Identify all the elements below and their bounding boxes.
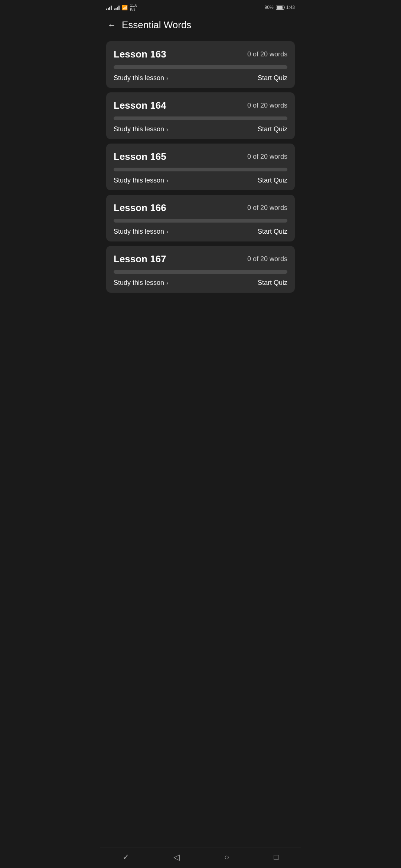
study-lesson-button-2[interactable]: Study this lesson › bbox=[114, 177, 168, 184]
lesson-progress-text-3: 0 of 20 words bbox=[247, 204, 287, 212]
page-title: Essential Words bbox=[122, 19, 191, 31]
battery-fill bbox=[277, 6, 283, 9]
start-quiz-button-2[interactable]: Start Quiz bbox=[258, 177, 287, 184]
nav-home-icon[interactable]: ○ bbox=[224, 852, 229, 862]
study-lesson-button-4[interactable]: Study this lesson › bbox=[114, 279, 168, 287]
lesson-actions-2: Study this lesson › Start Quiz bbox=[114, 177, 287, 184]
signal-bars-2 bbox=[114, 5, 120, 10]
chevron-right-icon-2: › bbox=[166, 177, 168, 184]
lesson-actions-0: Study this lesson › Start Quiz bbox=[114, 74, 287, 82]
study-lesson-button-3[interactable]: Study this lesson › bbox=[114, 228, 168, 236]
start-quiz-button-0[interactable]: Start Quiz bbox=[258, 74, 287, 82]
lesson-actions-3: Study this lesson › Start Quiz bbox=[114, 228, 287, 236]
signal-bar bbox=[111, 6, 112, 10]
lesson-header-4: Lesson 167 0 of 20 words bbox=[114, 253, 287, 265]
status-right: 90% 1:43 bbox=[265, 5, 295, 10]
start-quiz-button-4[interactable]: Start Quiz bbox=[258, 279, 287, 287]
lesson-card-164: Lesson 164 0 of 20 words Study this less… bbox=[106, 92, 295, 139]
start-quiz-button-3[interactable]: Start Quiz bbox=[258, 228, 287, 236]
study-lesson-label-2: Study this lesson bbox=[114, 177, 164, 184]
signal-bar bbox=[109, 7, 110, 10]
study-lesson-label-3: Study this lesson bbox=[114, 228, 164, 236]
signal-bar bbox=[118, 6, 120, 10]
lesson-card-163: Lesson 163 0 of 20 words Study this less… bbox=[106, 41, 295, 88]
header: ← Essential Words bbox=[100, 13, 301, 38]
chevron-right-icon-0: › bbox=[166, 75, 168, 82]
lesson-progress-text-4: 0 of 20 words bbox=[247, 255, 287, 263]
lesson-header-0: Lesson 163 0 of 20 words bbox=[114, 49, 287, 60]
network-speed: 11.6 K/s bbox=[130, 3, 137, 11]
start-quiz-button-1[interactable]: Start Quiz bbox=[258, 125, 287, 133]
lesson-card-165: Lesson 165 0 of 20 words Study this less… bbox=[106, 144, 295, 190]
lesson-header-1: Lesson 164 0 of 20 words bbox=[114, 100, 287, 111]
signal-bar bbox=[115, 8, 117, 10]
battery-percent: 90% bbox=[265, 5, 274, 10]
study-lesson-button-0[interactable]: Study this lesson › bbox=[114, 74, 168, 82]
progress-bar-container-2 bbox=[114, 168, 287, 171]
lesson-actions-1: Study this lesson › Start Quiz bbox=[114, 125, 287, 133]
lesson-card-167: Lesson 167 0 of 20 words Study this less… bbox=[106, 246, 295, 293]
progress-bar-container-1 bbox=[114, 116, 287, 120]
signal-bar bbox=[108, 8, 109, 10]
wifi-icon: 📶 bbox=[122, 5, 128, 10]
study-lesson-label-4: Study this lesson bbox=[114, 279, 164, 287]
nav-back-icon[interactable]: ◁ bbox=[173, 852, 180, 862]
progress-bar-container-3 bbox=[114, 219, 287, 223]
chevron-right-icon-4: › bbox=[166, 280, 168, 286]
study-lesson-label-1: Study this lesson bbox=[114, 125, 164, 133]
signal-bar bbox=[106, 9, 107, 10]
lesson-title-3: Lesson 166 bbox=[114, 202, 166, 214]
bottom-nav: ✓ ◁ ○ □ bbox=[100, 848, 301, 868]
signal-bars-1 bbox=[106, 5, 112, 10]
lessons-list: Lesson 163 0 of 20 words Study this less… bbox=[100, 38, 301, 848]
nav-square-icon[interactable]: □ bbox=[274, 852, 278, 862]
progress-bar-container-0 bbox=[114, 65, 287, 69]
status-bar: 📶 11.6 K/s 90% 1:43 bbox=[100, 0, 301, 13]
lesson-header-2: Lesson 165 0 of 20 words bbox=[114, 151, 287, 162]
back-button[interactable]: ← bbox=[108, 20, 116, 30]
lesson-actions-4: Study this lesson › Start Quiz bbox=[114, 279, 287, 287]
status-left: 📶 11.6 K/s bbox=[106, 3, 137, 11]
clock: 1:43 bbox=[286, 5, 295, 10]
signal-bar bbox=[117, 7, 118, 10]
study-lesson-label-0: Study this lesson bbox=[114, 74, 164, 82]
nav-checkmark-icon[interactable]: ✓ bbox=[123, 852, 129, 862]
lesson-title-4: Lesson 167 bbox=[114, 253, 166, 265]
chevron-right-icon-1: › bbox=[166, 126, 168, 133]
battery-icon bbox=[276, 6, 284, 10]
lesson-progress-text-0: 0 of 20 words bbox=[247, 50, 287, 58]
lesson-title-0: Lesson 163 bbox=[114, 49, 166, 60]
back-icon: ← bbox=[108, 20, 116, 30]
progress-bar-container-4 bbox=[114, 270, 287, 274]
lesson-title-2: Lesson 165 bbox=[114, 151, 166, 162]
lesson-title-1: Lesson 164 bbox=[114, 100, 166, 111]
lesson-progress-text-1: 0 of 20 words bbox=[247, 102, 287, 109]
study-lesson-button-1[interactable]: Study this lesson › bbox=[114, 125, 168, 133]
lesson-header-3: Lesson 166 0 of 20 words bbox=[114, 202, 287, 214]
chevron-right-icon-3: › bbox=[166, 228, 168, 235]
signal-bar bbox=[114, 9, 115, 10]
lesson-card-166: Lesson 166 0 of 20 words Study this less… bbox=[106, 195, 295, 241]
lesson-progress-text-2: 0 of 20 words bbox=[247, 153, 287, 161]
